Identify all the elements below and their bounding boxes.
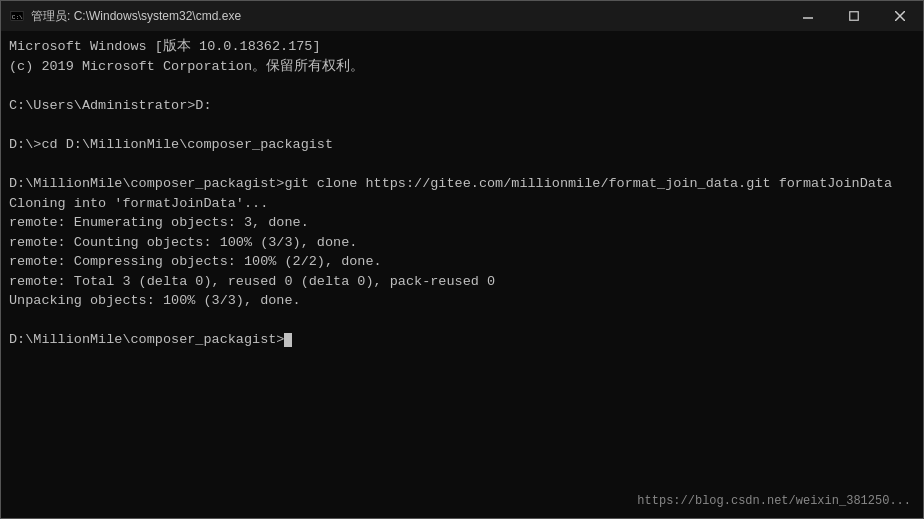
close-button[interactable] [877,1,923,31]
title-bar: C:\ 管理员: C:\Windows\system32\cmd.exe [1,1,923,31]
terminal-line [9,154,915,174]
cursor [284,333,292,347]
svg-text:C:\: C:\ [12,14,23,21]
terminal-line: Microsoft Windows [版本 10.0.18362.175] [9,37,915,57]
maximize-button[interactable] [831,1,877,31]
terminal-body[interactable]: Microsoft Windows [版本 10.0.18362.175](c)… [1,31,923,518]
cmd-window: C:\ 管理员: C:\Windows\system32\cmd.exe [0,0,924,519]
terminal-line: remote: Enumerating objects: 3, done. [9,213,915,233]
terminal-line: remote: Compressing objects: 100% (2/2),… [9,252,915,272]
terminal-line: D:\MillionMile\composer_packagist>git cl… [9,174,915,194]
terminal-line: Cloning into 'formatJoinData'... [9,194,915,214]
terminal-line: (c) 2019 Microsoft Corporation。保留所有权利。 [9,57,915,77]
terminal-line: remote: Total 3 (delta 0), reused 0 (del… [9,272,915,292]
window-controls [785,1,923,31]
terminal-line: D:\>cd D:\MillionMile\composer_packagist [9,135,915,155]
watermark: https://blog.csdn.net/weixin_381250... [637,493,911,510]
svg-rect-4 [850,12,859,21]
terminal-line: remote: Counting objects: 100% (3/3), do… [9,233,915,253]
terminal-line: Unpacking objects: 100% (3/3), done. [9,291,915,311]
terminal-output: Microsoft Windows [版本 10.0.18362.175](c)… [9,37,915,350]
terminal-line: C:\Users\Administrator>D: [9,96,915,116]
cmd-icon: C:\ [9,8,25,24]
terminal-line [9,311,915,331]
minimize-button[interactable] [785,1,831,31]
terminal-line [9,115,915,135]
window-title: 管理员: C:\Windows\system32\cmd.exe [31,8,915,25]
terminal-line: D:\MillionMile\composer_packagist> [9,330,915,350]
terminal-line [9,76,915,96]
